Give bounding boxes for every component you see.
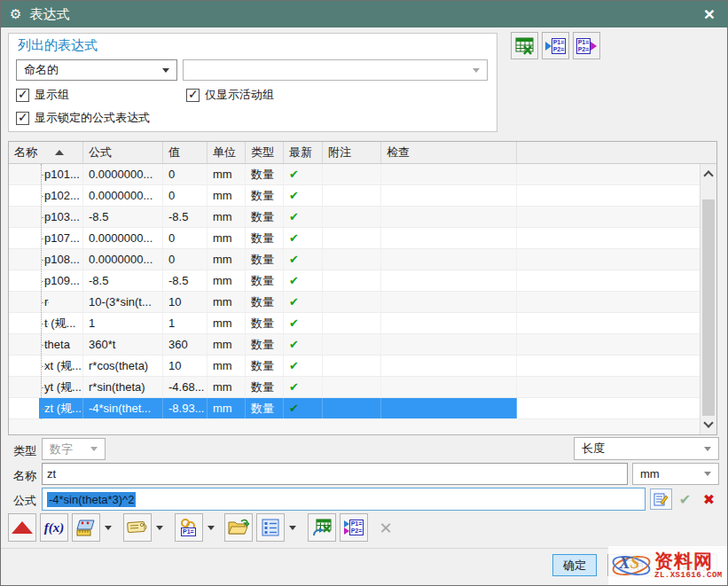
measure-dropdown-arrow[interactable] [101,513,115,542]
show-groups-checkbox[interactable]: ✓ 显示组 [16,87,69,103]
cell-unit: mm [207,185,246,206]
formula-edit-button[interactable] [650,488,672,510]
annotation-dropdown-arrow[interactable] [153,513,167,542]
column-header-unit[interactable]: 单位 [207,142,246,163]
import-expressions-button[interactable]: P1=P2= [542,32,569,59]
listed-expressions-group: 列出的表达式 命名的 ✓ 显示组 ✓ 仅显示活动组 ✓ 显示锁定的公式表达式 [8,33,497,132]
cell-name: t (规... [9,313,83,333]
cell-unit: mm [207,249,246,270]
table-row[interactable]: p102...0.0000000...0mm数量✔ [9,185,700,207]
cell-name: p103... [9,207,83,227]
cell-formula: -8.5 [83,207,163,227]
cell-check [381,270,517,291]
measure-button[interactable] [72,513,100,542]
list-icon [262,519,279,536]
cell-value: -4.68... [163,377,207,397]
table-row[interactable]: t (规...11mm数量✔ [9,313,700,334]
updated-check-icon: ✔ [284,334,323,355]
preferences-dropdown-arrow[interactable] [286,513,300,542]
column-header-formula[interactable]: 公式 [83,142,163,163]
watermark: XS 资料网 ZL.XS1616.COM [608,546,727,585]
cell-value: 0 [163,249,207,270]
scroll-down-icon[interactable] [703,418,713,427]
table-filler-row [9,419,700,434]
cell-empty [517,334,700,355]
spreadsheet-edit-button[interactable] [511,32,538,59]
dimension-dropdown[interactable]: 长度 [574,437,719,460]
name-input[interactable]: zt [42,463,628,485]
cell-formula: 0.0000000... [83,185,163,206]
column-header-note[interactable]: 附注 [323,142,381,163]
open-file-button[interactable] [224,513,253,542]
cell-unit: mm [207,334,246,355]
column-header-updated[interactable]: 最新 [284,142,323,163]
cell-note [323,270,381,291]
table-row[interactable]: xt (规...r*cos(theta)10mm数量✔ [9,356,700,377]
updated-check-icon: ✔ [284,207,323,227]
table-row[interactable]: r10-(3*sin(t...10mm数量✔ [9,292,700,313]
cell-type: 数量 [246,334,284,355]
table-row[interactable]: p108...0.0000000...0mm数量✔ [9,249,700,270]
cell-formula: 0.0000000... [83,164,163,184]
expressions-dialog: ⚙ 表达式 × 列出的表达式 命名的 ✓ 显示组 ✓ 仅显示活动组 ✓ 显示锁定… [0,0,728,586]
link-icon: P1= [179,518,199,537]
link-dropdown-arrow[interactable] [204,513,218,542]
export-expressions-button[interactable]: P1=P2= [573,32,600,59]
functions-button[interactable]: f(x) [40,513,68,542]
show-active-only-checkbox[interactable]: ✓ 仅显示活动组 [186,87,274,103]
category-dropdown[interactable]: 命名的 [16,59,177,81]
table-row[interactable]: p103...-8.5-8.5mm数量✔ [9,207,700,228]
refresh-from-spreadsheet-button[interactable] [308,513,336,542]
table-row[interactable]: zt (规...-4*sin(thet...-8.93...mm数量✔ [9,398,700,419]
cell-unit: mm [207,398,246,418]
cell-check [381,292,517,312]
updated-check-icon: ✔ [284,164,323,184]
formula-reject-button[interactable]: ✖ [698,488,720,510]
show-locked-checkbox[interactable]: ✓ 显示锁定的公式表达式 [16,110,150,126]
checkbox-checked-icon[interactable]: ✓ [16,112,29,125]
cell-formula: 360*t [83,334,163,355]
table-header-row[interactable]: 名称 公式 值 单位 类型 最新 附注 检查 [9,142,716,164]
cell-formula: 1 [83,313,163,333]
collapse-dialog-button[interactable] [8,513,36,542]
checkbox-checked-icon[interactable]: ✓ [16,89,29,102]
scrollbar-thumb[interactable] [702,199,715,416]
checkbox-checked-icon[interactable]: ✓ [186,89,200,102]
cell-type: 数量 [246,207,284,227]
table-row[interactable]: p107...0.0000000...0mm数量✔ [9,228,700,249]
interpart-link-button[interactable]: P1= [175,513,203,542]
cell-type: 数量 [246,185,284,206]
cell-value: 1 [163,313,207,333]
show-groups-label: 显示组 [35,87,69,103]
cell-note [323,228,381,248]
name-label: 名称 [13,468,36,484]
title-bar[interactable]: ⚙ 表达式 × [1,1,727,27]
table-row[interactable]: yt (规...r*sin(theta)-4.68...mm数量✔ [9,377,700,398]
updated-check-icon: ✔ [284,377,323,397]
tag-icon [127,519,148,536]
table-row[interactable]: theta360*t360mm数量✔ [9,334,700,356]
column-header-value[interactable]: 值 [163,142,207,163]
close-icon[interactable]: × [704,3,715,26]
cell-value: -8.5 [163,270,207,291]
cell-value: 360 [163,334,207,355]
table-row[interactable]: p109...-8.5-8.5mm数量✔ [9,270,700,292]
cell-empty [517,207,700,227]
table-row[interactable]: p101...0.0000000...0mm数量✔ [9,164,700,185]
column-header-name[interactable]: 名称 [9,142,83,163]
preferences-button[interactable] [256,513,285,542]
ok-button[interactable]: 确定 [552,554,597,576]
unit-dropdown[interactable]: mm [632,463,719,485]
edit-multiple-expressions-button[interactable]: P1=P2= [340,513,368,542]
type-dropdown[interactable]: 数字 [42,438,106,460]
column-header-type[interactable]: 类型 [246,142,284,163]
cell-value: -8.93... [163,398,207,418]
column-header-check[interactable]: 检查 [381,142,517,163]
annotation-button[interactable] [123,513,152,542]
vertical-scrollbar[interactable] [700,164,716,434]
scroll-up-icon[interactable] [703,170,713,180]
cell-check [381,207,517,227]
cell-empty [517,292,700,312]
filter-dropdown[interactable] [183,59,488,81]
formula-input[interactable]: -4*sin(theta*3)^2 [42,488,646,511]
